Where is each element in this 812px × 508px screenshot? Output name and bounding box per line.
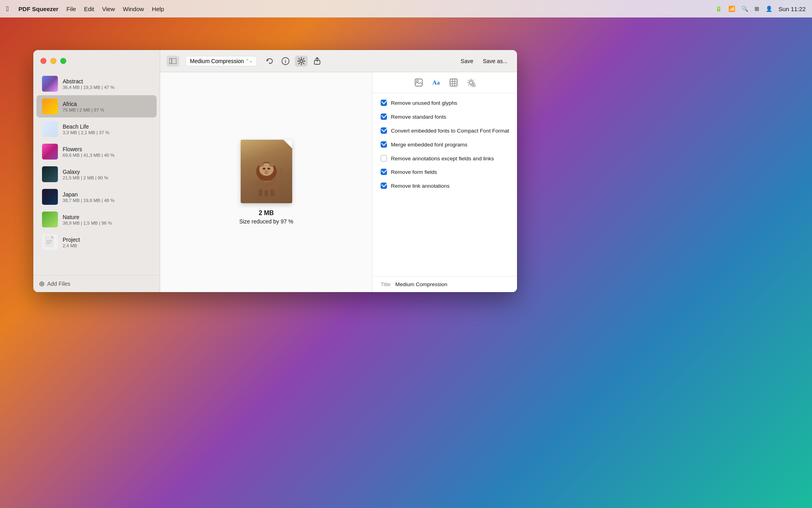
view-menu[interactable]: View xyxy=(98,5,119,13)
sidebar-item-project[interactable]: Project 2,4 MB xyxy=(36,231,157,253)
option-remove-standard-fonts: Remove standard fonts xyxy=(381,114,509,121)
checkbox-remove-standard-fonts[interactable] xyxy=(381,114,387,120)
lion-svg xyxy=(249,146,284,197)
save-as-button[interactable]: Save as... xyxy=(480,56,511,66)
settings-title-label: Title xyxy=(381,281,391,287)
advanced-tab-icon xyxy=(467,78,475,87)
search-icon[interactable]: 🔍 xyxy=(741,6,748,12)
export-button[interactable] xyxy=(311,56,324,67)
menubar:  PDF Squeezer File Edit View Window Hel… xyxy=(0,0,812,17)
checkbox-remove-annotations[interactable] xyxy=(381,155,387,162)
preview-reduction: Size reduced by 97 % xyxy=(239,218,293,225)
thumb-japan xyxy=(42,189,58,205)
option-remove-annotations: Remove annotations except fields and lin… xyxy=(381,155,509,163)
wifi-icon: 📶 xyxy=(728,6,735,12)
info-button[interactable]: i xyxy=(279,56,292,67)
checkbox-remove-form-fields[interactable] xyxy=(381,169,387,175)
toolbar: Medium Compression ⌃⌄ i xyxy=(160,50,517,72)
svg-point-32 xyxy=(264,170,268,173)
thumb-nature xyxy=(42,212,58,227)
tab-advanced[interactable] xyxy=(463,76,479,89)
tab-font[interactable]: Aa xyxy=(428,76,444,89)
checkbox-remove-unused-glyphs[interactable] xyxy=(381,100,387,106)
control-center-icon[interactable]: ⊞ xyxy=(755,6,759,12)
svg-point-30 xyxy=(262,168,265,170)
sidebar-item-beach-life[interactable]: Beach Life 3,3 MB | 2,1 MB | 37 % xyxy=(36,118,157,140)
item-name-beach-life: Beach Life xyxy=(63,123,151,130)
save-button[interactable]: Save xyxy=(458,56,477,66)
label-convert-embedded-fonts: Convert embedded fonts to Compact Font F… xyxy=(391,127,509,135)
tab-image[interactable] xyxy=(410,76,427,89)
sidebar-toggle-icon xyxy=(169,58,176,64)
item-name-galaxy: Galaxy xyxy=(63,169,151,175)
thumb-africa xyxy=(42,98,58,114)
edit-menu[interactable]: Edit xyxy=(80,5,98,13)
svg-line-47 xyxy=(469,84,469,85)
settings-button[interactable] xyxy=(295,56,308,67)
item-meta-nature: 38,9 MB | 1,5 MB | 96 % xyxy=(63,221,151,225)
app-name-menu[interactable]: PDF Squeezer xyxy=(15,5,63,13)
maximize-button[interactable] xyxy=(60,58,66,64)
minimize-button[interactable] xyxy=(50,58,56,64)
svg-line-48 xyxy=(473,80,473,81)
compression-selector[interactable]: Medium Compression ⌃⌄ xyxy=(186,56,257,66)
add-files-button[interactable]: ⊕ Add Files xyxy=(39,280,70,287)
label-remove-link-annotations: Remove link annotations xyxy=(391,183,450,190)
export-icon xyxy=(313,57,321,65)
undo-icon xyxy=(266,58,274,65)
option-merge-embedded-fonts: Merge embedded font programs xyxy=(381,141,509,149)
item-meta-africa: 75 MB | 2 MB | 97 % xyxy=(63,108,151,112)
sidebar-item-nature[interactable]: Nature 38,9 MB | 1,5 MB | 96 % xyxy=(36,208,157,231)
traffic-lights xyxy=(40,58,66,64)
file-menu[interactable]: File xyxy=(62,5,80,13)
sidebar-item-africa[interactable]: Africa 75 MB | 2 MB | 97 % xyxy=(36,95,157,117)
item-name-japan: Japan xyxy=(63,191,151,198)
help-menu[interactable]: Help xyxy=(148,5,168,13)
svg-point-34 xyxy=(416,80,418,82)
svg-point-28 xyxy=(259,162,264,167)
checkbox-convert-embedded-fonts[interactable] xyxy=(381,127,387,134)
clock: Sun 11:22 xyxy=(779,6,806,12)
svg-point-29 xyxy=(269,162,274,167)
item-name-flowers: Flowers xyxy=(63,146,151,152)
user-avatar: 👤 xyxy=(766,6,772,12)
tab-table[interactable] xyxy=(445,76,462,89)
add-icon: ⊕ xyxy=(39,280,45,287)
svg-line-45 xyxy=(469,80,469,81)
main-area: Medium Compression ⌃⌄ i xyxy=(160,50,517,292)
label-remove-annotations: Remove annotations except fields and lin… xyxy=(391,155,494,163)
sidebar-item-flowers[interactable]: Flowers 69,6 MB | 41,3 MB | 40 % xyxy=(36,140,157,163)
preview-area: 2 MB Size reduced by 97 % xyxy=(160,72,372,292)
apple-menu[interactable]:  xyxy=(6,5,9,13)
thumb-galaxy xyxy=(42,166,58,182)
svg-rect-24 xyxy=(270,189,274,196)
option-convert-embedded-fonts: Convert embedded fonts to Compact Font F… xyxy=(381,127,509,135)
checkbox-merge-embedded-fonts[interactable] xyxy=(381,141,387,148)
settings-panel: Aa xyxy=(372,72,517,292)
thumb-project xyxy=(42,234,58,250)
svg-rect-35 xyxy=(450,79,457,86)
settings-content: Remove unused font glyphs Remove standar… xyxy=(373,93,517,276)
close-button[interactable] xyxy=(40,58,46,64)
option-remove-unused-glyphs: Remove unused font glyphs xyxy=(381,100,509,107)
thumb-abstract xyxy=(42,76,58,92)
undo-button[interactable] xyxy=(263,56,276,67)
label-remove-form-fields: Remove form fields xyxy=(391,169,437,176)
sidebar-item-galaxy[interactable]: Galaxy 21,5 MB | 2 MB | 90 % xyxy=(36,163,157,185)
window-menu[interactable]: Window xyxy=(119,5,148,13)
sidebar-item-abstract[interactable]: Abstract 36,4 MB | 19,3 MB | 47 % xyxy=(36,73,157,95)
info-icon: i xyxy=(282,57,289,65)
svg-line-17 xyxy=(299,63,299,64)
item-meta-japan: 38,7 MB | 19,8 MB | 48 % xyxy=(63,198,151,203)
item-meta-beach-life: 3,3 MB | 2,1 MB | 37 % xyxy=(63,130,151,135)
sidebar-toggle-button[interactable] xyxy=(167,56,179,67)
content-panel: 2 MB Size reduced by 97 % xyxy=(160,72,517,292)
svg-rect-33 xyxy=(415,79,422,86)
item-meta-project: 2,4 MB xyxy=(63,243,151,248)
svg-line-15 xyxy=(299,58,299,59)
preview-image xyxy=(241,140,292,203)
sidebar-item-japan[interactable]: Japan 38,7 MB | 19,8 MB | 48 % xyxy=(36,186,157,208)
checkbox-remove-link-annotations[interactable] xyxy=(381,183,387,189)
thumb-flowers xyxy=(42,144,58,160)
dog-ear xyxy=(283,140,292,148)
